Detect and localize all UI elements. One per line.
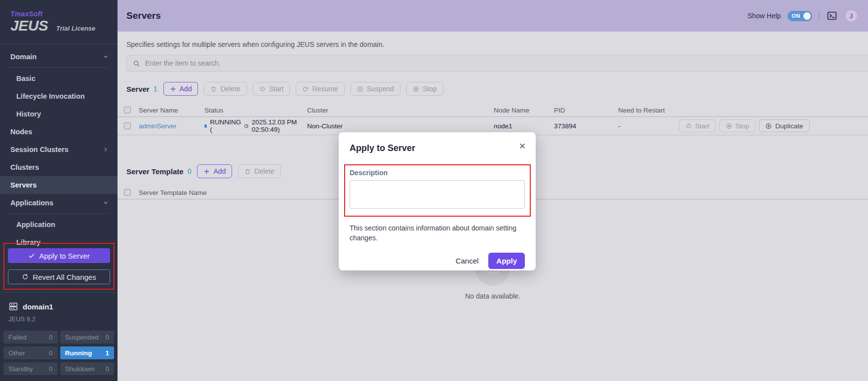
delete-template-button[interactable]: Delete (238, 164, 280, 178)
sidebar-item-application[interactable]: Application (0, 216, 118, 233)
template-section-title: Server Template (126, 167, 184, 176)
chevron-right-icon (103, 147, 109, 152)
trash-icon (210, 86, 217, 92)
brand-product: JEUS (10, 17, 48, 34)
suspend-server-button[interactable]: Suspend (351, 82, 400, 96)
column-node-name: Node Name (494, 107, 554, 114)
add-template-button[interactable]: Add (197, 164, 232, 178)
plus-icon (170, 86, 176, 92)
server-name-link[interactable]: adminServer (139, 122, 204, 130)
server-status: RUNNING ( 2025.12.03 PM 02:50:49) (204, 118, 307, 133)
toggle-on-label: ON (792, 13, 800, 19)
domain-server-icon (8, 302, 18, 311)
delete-server-button[interactable]: Delete (204, 82, 246, 96)
chevron-down-icon (103, 54, 109, 60)
sidebar-item-label: Application (16, 221, 55, 229)
add-server-button[interactable]: Add (163, 82, 198, 96)
apply-to-server-button[interactable]: Apply to Server (8, 248, 110, 263)
app-root: TmaxSoft JEUS Trial License Domain Basic… (0, 0, 868, 381)
trash-icon (244, 168, 251, 175)
nav-divider (8, 213, 109, 214)
sidebar-item-clusters[interactable]: Clusters (0, 158, 118, 176)
stop-server-button[interactable]: Stop (406, 82, 443, 96)
status-badges: Failed0 Suspended0 Other0 Running1 Stand… (3, 331, 114, 375)
sidebar-item-lifecycle-invocation[interactable]: Lifecycle Invocation (0, 87, 118, 105)
resume-icon (302, 86, 309, 92)
template-count: 0 (188, 167, 192, 175)
running-status-dot (204, 124, 207, 128)
status-badge-suspended: Suspended0 (60, 331, 115, 343)
sidebar-actions-highlight: Apply to Server Revert All Changes (3, 243, 115, 290)
start-server-button[interactable]: Start (253, 82, 290, 96)
status-badge-standby: Standby0 (3, 362, 58, 375)
column-cluster: Cluster (307, 107, 494, 114)
topbar: Servers Show Help ON J (118, 0, 868, 32)
row-actions: Start Stop Duplicate (679, 119, 810, 132)
description-field-highlight: Description (344, 164, 531, 217)
server-cluster: Non-Cluster (307, 122, 494, 130)
brand-license: Trial License (56, 25, 95, 32)
search-bar[interactable] (126, 55, 868, 72)
apply-button[interactable]: Apply (488, 253, 525, 269)
clock-icon (244, 123, 249, 129)
revert-all-changes-label: Revert All Changes (33, 273, 96, 281)
column-need-to-restart: Need to Restart (618, 107, 679, 114)
terminal-button[interactable] (826, 9, 838, 22)
sidebar-item-applications[interactable]: Applications (0, 194, 118, 212)
show-help-toggle[interactable]: ON (788, 11, 812, 21)
user-avatar[interactable]: J (845, 9, 858, 22)
select-all-templates-checkbox[interactable] (124, 189, 131, 196)
server-node: node1 (494, 122, 554, 130)
sidebar-item-basic[interactable]: Basic (0, 70, 118, 87)
sidebar-item-label: Servers (10, 181, 37, 189)
sidebar-item-nodes[interactable]: Nodes (0, 123, 118, 141)
cancel-button[interactable]: Cancel (456, 257, 479, 265)
dialog-footer: Cancel Apply (350, 253, 525, 269)
brand-logo: TmaxSoft JEUS Trial License (0, 0, 118, 44)
column-status: Status (204, 107, 307, 114)
sidebar-item-session-clusters[interactable]: Session Clusters (0, 141, 118, 158)
check-icon (28, 252, 35, 259)
sidebar-item-domain[interactable]: Domain (0, 48, 118, 66)
server-pid: 373894 (554, 122, 618, 130)
sidebar-nav: Domain Basic Lifecycle Invocation Histor… (0, 44, 118, 251)
row-stop-button[interactable]: Stop (719, 119, 756, 132)
status-badge-failed: Failed0 (3, 331, 58, 343)
revert-all-changes-button[interactable]: Revert All Changes (8, 269, 110, 284)
page-title: Servers (126, 10, 161, 21)
power-icon (259, 86, 266, 92)
stop-circle-icon (413, 86, 419, 92)
jeus-version: JEUS 9.2 (0, 311, 118, 323)
toggle-knob (803, 12, 811, 20)
sidebar-item-label: Applications (10, 199, 53, 207)
terminal-icon (827, 10, 837, 21)
search-input[interactable] (145, 59, 868, 67)
more-menu-button[interactable] (864, 9, 868, 22)
apply-to-server-label: Apply to Server (39, 252, 90, 260)
server-table-header: Server Name Status Cluster Node Name PID… (118, 104, 868, 117)
apply-to-server-dialog: Apply to Server ✕ Description This secti… (339, 132, 536, 270)
kebab-menu-icon (867, 12, 868, 20)
nav-divider (8, 67, 109, 68)
select-all-checkbox[interactable] (124, 107, 131, 114)
sidebar: TmaxSoft JEUS Trial License Domain Basic… (0, 0, 118, 381)
row-checkbox[interactable] (124, 122, 131, 129)
status-badge-running: Running1 (60, 346, 115, 359)
sidebar-item-history[interactable]: History (0, 105, 118, 123)
status-badge-shutdown: Shutdown0 (60, 362, 115, 375)
pause-circle-icon (357, 86, 363, 92)
page-description: Specifies settings for multiple servers … (126, 40, 868, 48)
sidebar-item-servers[interactable]: Servers (0, 176, 118, 194)
description-textarea[interactable] (350, 180, 525, 209)
sidebar-item-label: Lifecycle Invocation (16, 92, 85, 100)
row-start-button[interactable]: Start (679, 119, 716, 132)
sidebar-footer: domain1 JEUS 9.2 Failed0 Suspended0 Othe… (0, 292, 118, 381)
no-data-message: No data available. (339, 292, 647, 300)
main-content: Servers Show Help ON J Specifies setting… (118, 0, 868, 381)
topbar-divider (819, 10, 819, 21)
close-icon[interactable]: ✕ (519, 142, 526, 151)
row-duplicate-button[interactable]: Duplicate (759, 119, 809, 132)
domain-name: domain1 (23, 303, 53, 311)
server-section-title: Server (126, 85, 150, 93)
resume-server-button[interactable]: Resume (296, 82, 344, 96)
